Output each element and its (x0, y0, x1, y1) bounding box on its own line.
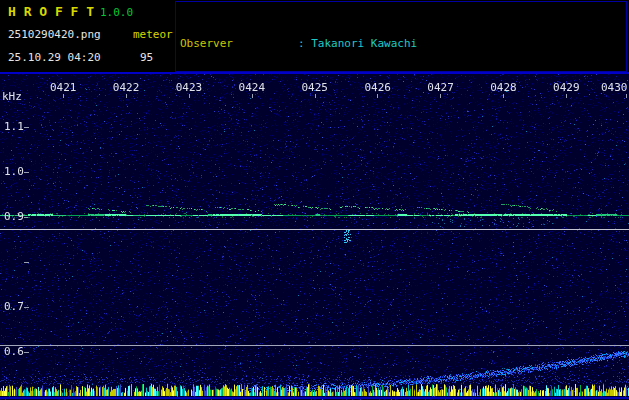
app-version: 1.0.0 (100, 6, 133, 19)
info-value: : Takanori Kawachi (298, 37, 417, 50)
info-row: Observer: Takanori Kawachi (180, 36, 550, 51)
hrofft-output-window: H R O F F T 1.0.0 2510290420.png meteor … (0, 0, 629, 400)
output-filename: 2510290420.png (8, 28, 101, 41)
time-tick-label: 0430 (601, 82, 628, 94)
spectrogram-canvas (0, 74, 629, 400)
mode-label: meteor (133, 28, 173, 41)
freq-tick-label: 0.6 (4, 346, 24, 358)
freq-tick-label: 0.7 (4, 301, 24, 313)
time-tick-label: 0424 (239, 82, 266, 94)
level-count: 95 (140, 51, 153, 64)
time-tick-label: 0428 (490, 82, 517, 94)
time-tick-label: 0426 (364, 82, 391, 94)
freq-tick-label: 1.0 (4, 166, 24, 178)
freq-tick-label: 0.9 (4, 211, 24, 223)
app-title: H R O F F T (8, 4, 94, 19)
spectrogram: kHz 042104220423042404250426042704280429… (0, 74, 629, 400)
freq-tick-label: 1.1 (4, 121, 24, 133)
info-label: Observer (180, 36, 298, 51)
time-tick-label: 0427 (427, 82, 454, 94)
datetime-label: 25.10.29 04:20 (8, 51, 101, 64)
time-tick-label: 0421 (50, 82, 77, 94)
time-tick-label: 0425 (302, 82, 329, 94)
time-tick-label: 0422 (113, 82, 140, 94)
time-tick-label: 0429 (553, 82, 580, 94)
header: H R O F F T 1.0.0 2510290420.png meteor … (0, 0, 629, 74)
freq-axis-unit: kHz (2, 91, 22, 103)
time-tick-label: 0423 (176, 82, 203, 94)
